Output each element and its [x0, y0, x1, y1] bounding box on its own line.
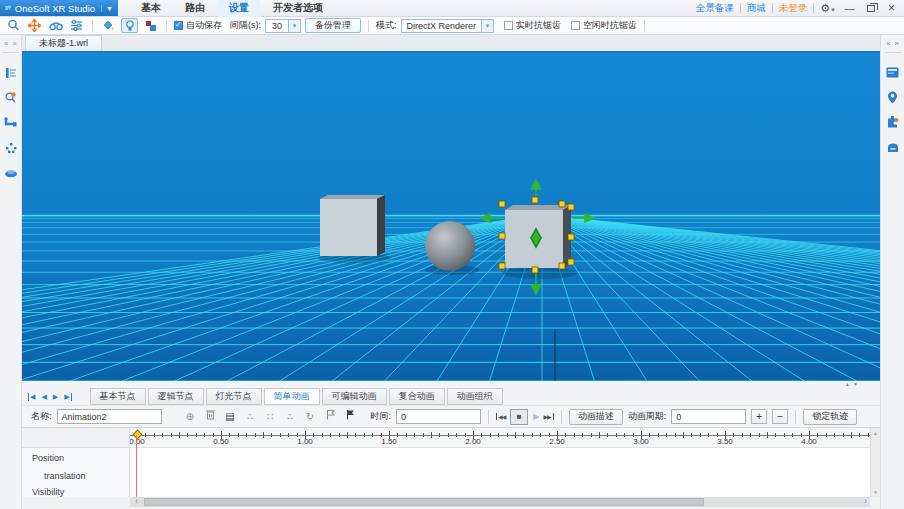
collapse-right-icon[interactable]: » — [895, 39, 899, 48]
right-rail: × » — [880, 35, 904, 509]
viewport-3d[interactable] — [22, 53, 880, 381]
tab-composite-animation[interactable]: 复合动画 — [389, 388, 445, 405]
mall-link[interactable]: 商城 — [747, 2, 766, 15]
skip-end-button[interactable]: ▶▶ — [543, 413, 553, 420]
divider — [488, 410, 489, 424]
realtime-aa-row[interactable]: 实时抗锯齿 — [504, 19, 561, 32]
loop-icon[interactable]: ↻ — [303, 410, 318, 424]
tab-scroll-next-icon[interactable]: ▶ — [53, 393, 58, 401]
plugin-icon[interactable] — [886, 116, 900, 129]
track-visibility[interactable]: Visibility — [32, 487, 64, 497]
tab-scroll-prev-icon[interactable]: ◀ — [41, 393, 46, 401]
autosave-checkbox-row[interactable]: 自动保存 — [174, 19, 222, 32]
search-icon[interactable] — [5, 18, 22, 33]
animation-name-input[interactable]: Animation2 — [57, 409, 162, 424]
search-settings-icon[interactable] — [4, 91, 18, 104]
scroll-left-icon[interactable]: ‹ — [130, 497, 143, 507]
menu-item-settings[interactable]: 设置 — [218, 0, 260, 17]
track-translation[interactable]: translation — [44, 471, 86, 481]
chevron-down-icon[interactable]: ▼ — [101, 5, 113, 12]
divider — [644, 20, 645, 32]
idle-aa-checkbox[interactable] — [571, 21, 580, 30]
chevron-down-icon[interactable]: ▼ — [481, 20, 493, 32]
restore-button[interactable] — [863, 1, 878, 16]
close-panel-icon[interactable]: × — [12, 39, 17, 48]
period-input[interactable]: 0 — [671, 409, 746, 424]
login-link[interactable]: 未登录 — [779, 2, 808, 15]
timeline-track-canvas[interactable] — [130, 448, 870, 497]
menu-item-developer-options[interactable]: 开发者选项 — [262, 0, 334, 17]
disc-icon[interactable] — [4, 166, 18, 179]
flag-outline-icon[interactable] — [323, 409, 338, 424]
binoculars-icon[interactable] — [47, 18, 64, 33]
filter-sliders-icon[interactable] — [68, 18, 85, 33]
tab-editable-animation[interactable]: 可编辑动画 — [322, 388, 387, 405]
node-group-icon[interactable]: ∴ — [243, 410, 258, 424]
interval-label: 间隔(s): — [230, 19, 261, 32]
scrollbar-thumb[interactable] — [144, 498, 704, 506]
scroll-down-icon[interactable]: ▼ — [873, 489, 878, 495]
paint-tool-icon[interactable] — [100, 18, 117, 33]
animation-description-button[interactable]: 动画描述 — [569, 409, 623, 425]
lock-track-button[interactable]: 锁定轨迹 — [803, 409, 857, 425]
period-plus-button[interactable]: + — [751, 409, 767, 424]
blocks-tool-icon[interactable] — [142, 18, 159, 33]
archive-icon[interactable] — [886, 141, 900, 154]
scroll-up-icon[interactable]: ▲ — [873, 430, 878, 436]
timeline-vertical-scrollbar[interactable]: ▲ ▼ — [870, 428, 880, 497]
scene-tree-icon[interactable] — [4, 66, 18, 79]
skip-start-button[interactable]: ◀◀ — [496, 413, 505, 420]
add-keyframe-icon[interactable]: ⊕ — [183, 410, 198, 424]
period-minus-button[interactable]: − — [772, 409, 788, 424]
playhead-line[interactable] — [136, 435, 137, 497]
tab-logic-nodes[interactable]: 逻辑节点 — [148, 388, 204, 405]
menu-item-routing[interactable]: 路由 — [174, 0, 216, 17]
node-branch-icon[interactable]: ∷ — [263, 410, 278, 424]
idle-aa-row[interactable]: 空闲时抗锯齿 — [571, 19, 637, 32]
backup-manage-button[interactable]: 备份管理 — [305, 18, 361, 33]
node-tree-active-icon[interactable]: ∴ — [283, 410, 298, 424]
tab-simple-animation[interactable]: 简单动画 — [264, 388, 320, 405]
chevron-down-icon[interactable]: ▼ — [288, 20, 300, 32]
delete-icon[interactable] — [203, 409, 218, 424]
tab-scroll-last-icon[interactable]: ▶ — [64, 393, 71, 401]
interval-select[interactable]: 30 ▼ — [265, 19, 301, 33]
document-icon[interactable]: ▤ — [223, 410, 238, 424]
joint-tool-icon[interactable] — [4, 116, 18, 129]
menu-item-basic[interactable]: 基本 — [130, 0, 172, 17]
sphere-object[interactable] — [425, 221, 475, 271]
gear-icon[interactable]: ⚙▼ — [820, 2, 836, 15]
time-input[interactable]: 0 — [396, 409, 481, 424]
stop-button[interactable]: ■ — [510, 409, 528, 425]
scroll-right-icon[interactable]: › — [864, 497, 867, 506]
ruler-label: 3.00 — [633, 437, 649, 446]
browser-card-icon[interactable] — [886, 66, 900, 79]
flag-filled-icon[interactable] — [343, 409, 358, 424]
divider — [795, 410, 796, 424]
close-button[interactable]: × — [884, 1, 899, 16]
tab-light-nodes[interactable]: 灯光节点 — [206, 388, 262, 405]
light-tool-icon[interactable] — [121, 18, 138, 33]
tab-basic-nodes[interactable]: 基本节点 — [90, 388, 146, 405]
document-tab[interactable]: 未标题-1.wrl — [25, 35, 102, 51]
timeline-ruler[interactable]: 0.000.501.001.502.002.503.003.504.00 — [130, 428, 870, 448]
renderer-select[interactable]: DirectX Renderer ▼ — [401, 19, 495, 33]
play-button[interactable]: ▶ — [533, 412, 538, 421]
app-logo-chip[interactable]: OneSoft XR Studio ▼ — [0, 0, 118, 16]
particles-icon[interactable] — [4, 141, 18, 154]
cube-object[interactable] — [320, 195, 385, 256]
left-rail: « × — [0, 35, 22, 509]
collapse-left-icon[interactable]: « — [4, 39, 8, 48]
move-tool-icon[interactable] — [26, 18, 43, 33]
tab-scroll-first-icon[interactable]: ◀ — [28, 393, 35, 401]
timeline-horizontal-scrollbar[interactable]: ‹ › — [130, 497, 870, 507]
tab-animation-organize[interactable]: 动画组织 — [447, 388, 503, 405]
realtime-aa-checkbox[interactable] — [504, 21, 513, 30]
location-icon[interactable] — [886, 91, 900, 104]
track-position[interactable]: Position — [32, 453, 64, 463]
panorama-lesson-link[interactable]: 全景备课 — [696, 2, 734, 15]
close-panel-icon[interactable]: × — [886, 39, 891, 48]
divider — [368, 20, 369, 32]
autosave-checkbox[interactable] — [174, 21, 183, 30]
minimize-button[interactable]: — — [842, 1, 857, 16]
